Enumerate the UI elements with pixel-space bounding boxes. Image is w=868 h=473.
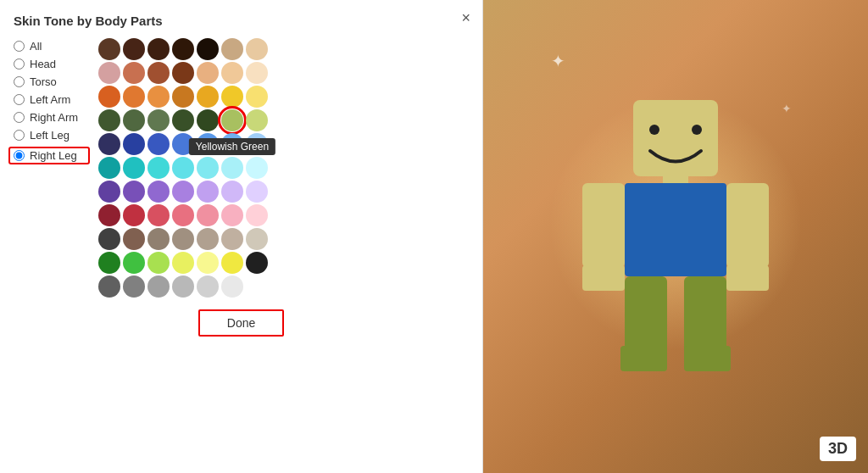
svg-rect-7 — [582, 183, 625, 268]
color-swatch-7-6[interactable] — [246, 204, 268, 226]
color-swatch-4-2[interactable] — [147, 133, 170, 155]
radio-right-leg[interactable] — [14, 150, 25, 161]
color-swatch-7-2[interactable] — [147, 204, 170, 226]
radio-left-arm[interactable] — [14, 94, 25, 105]
color-swatch-8-1[interactable] — [123, 228, 145, 250]
color-swatch-4-0[interactable] — [98, 133, 120, 155]
color-swatch-4-6[interactable] — [246, 133, 268, 155]
color-swatch-6-3[interactable] — [172, 181, 194, 203]
color-swatch-9-0[interactable] — [98, 252, 120, 274]
radio-item-right-leg[interactable]: Right Leg — [8, 147, 90, 164]
color-swatch-1-4[interactable] — [197, 62, 219, 84]
color-swatch-0-2[interactable] — [147, 38, 170, 60]
close-button[interactable]: × — [461, 10, 470, 25]
color-swatch-9-5[interactable] — [221, 252, 243, 274]
color-swatch-10-2[interactable] — [147, 275, 170, 298]
done-button[interactable]: Done — [198, 309, 284, 337]
color-swatch-8-6[interactable] — [246, 228, 268, 250]
color-swatch-5-1[interactable] — [123, 157, 145, 179]
color-swatch-3-6[interactable] — [246, 109, 268, 131]
color-swatch-5-0[interactable] — [98, 157, 120, 179]
color-swatch-10-1[interactable] — [123, 275, 145, 298]
color-swatch-6-4[interactable] — [197, 181, 219, 203]
color-swatch-0-6[interactable] — [246, 38, 268, 60]
color-swatch-8-2[interactable] — [147, 228, 170, 250]
color-swatch-8-4[interactable] — [197, 228, 219, 250]
svg-rect-4 — [625, 183, 726, 276]
color-swatch-3-0[interactable] — [98, 109, 120, 131]
color-swatch-2-0[interactable] — [98, 86, 120, 108]
color-swatch-4-4[interactable] — [197, 133, 219, 155]
color-grid-area: Yellowish Green — [98, 38, 469, 298]
color-swatch-5-2[interactable] — [147, 157, 170, 179]
color-swatch-1-0[interactable] — [98, 62, 120, 84]
radio-item-head[interactable]: Head — [14, 58, 90, 70]
color-swatch-9-1[interactable] — [123, 252, 145, 274]
radio-right-arm[interactable] — [14, 112, 25, 123]
color-swatch-3-5[interactable]: Yellowish Green — [221, 109, 243, 131]
color-swatch-5-6[interactable] — [246, 157, 268, 179]
color-swatch-7-5[interactable] — [221, 204, 243, 226]
color-swatch-4-1[interactable] — [123, 133, 145, 155]
color-swatch-8-5[interactable] — [221, 228, 243, 250]
color-swatch-7-1[interactable] — [123, 204, 145, 226]
color-swatch-7-4[interactable] — [197, 204, 219, 226]
color-swatch-5-5[interactable] — [221, 157, 243, 179]
color-swatch-8-0[interactable] — [98, 228, 120, 250]
color-swatch-3-1[interactable] — [123, 109, 145, 131]
color-swatch-2-6[interactable] — [246, 86, 268, 108]
color-row-8 — [98, 228, 469, 250]
color-swatch-9-2[interactable] — [147, 252, 170, 274]
color-swatch-0-3[interactable] — [172, 38, 194, 60]
color-swatch-2-4[interactable] — [197, 86, 219, 108]
color-swatch-0-5[interactable] — [221, 38, 243, 60]
color-swatch-1-3[interactable] — [172, 62, 194, 84]
color-swatch-10-3[interactable] — [172, 275, 194, 298]
radio-torso[interactable] — [14, 76, 25, 87]
color-swatch-2-5[interactable] — [221, 86, 243, 108]
color-swatch-1-2[interactable] — [147, 62, 170, 84]
color-swatch-4-3[interactable] — [172, 133, 194, 155]
color-swatch-3-4[interactable] — [197, 109, 219, 131]
color-swatch-0-0[interactable] — [98, 38, 120, 60]
radio-item-left-leg[interactable]: Left Leg — [14, 129, 90, 142]
radio-head[interactable] — [14, 58, 25, 70]
color-swatch-6-0[interactable] — [98, 181, 120, 203]
color-swatch-6-5[interactable] — [221, 181, 243, 203]
color-swatch-1-5[interactable] — [221, 62, 243, 84]
color-swatch-9-4[interactable] — [197, 252, 219, 274]
color-swatch-0-4[interactable] — [197, 38, 219, 60]
color-swatch-7-0[interactable] — [98, 204, 120, 226]
color-swatch-9-3[interactable] — [172, 252, 194, 274]
radio-item-left-arm[interactable]: Left Arm — [14, 93, 90, 106]
color-swatch-3-3[interactable] — [172, 109, 194, 131]
color-swatch-9-6[interactable] — [246, 252, 268, 274]
color-swatch-10-6[interactable] — [246, 275, 268, 298]
radio-item-all[interactable]: All — [14, 40, 90, 53]
color-swatch-6-6[interactable] — [246, 181, 268, 203]
color-row-5 — [98, 157, 469, 179]
color-swatch-2-1[interactable] — [123, 86, 145, 108]
color-swatch-6-2[interactable] — [147, 181, 170, 203]
color-swatch-1-1[interactable] — [123, 62, 145, 84]
color-swatch-10-4[interactable] — [197, 275, 219, 298]
skin-tone-dialog: Skin Tone by Body Parts × AllHeadTorsoLe… — [0, 0, 483, 473]
color-swatch-4-5[interactable] — [221, 133, 243, 155]
color-swatch-3-2[interactable] — [147, 109, 170, 131]
color-swatch-10-5[interactable] — [221, 275, 243, 298]
radio-item-torso[interactable]: Torso — [14, 75, 90, 88]
color-swatch-5-3[interactable] — [172, 157, 194, 179]
color-swatch-10-0[interactable] — [98, 275, 120, 298]
color-swatch-5-4[interactable] — [197, 157, 219, 179]
color-swatch-8-3[interactable] — [172, 228, 194, 250]
color-swatch-1-6[interactable] — [246, 62, 268, 84]
color-swatch-7-3[interactable] — [172, 204, 194, 226]
radio-label-head: Head — [30, 58, 56, 70]
color-swatch-0-1[interactable] — [123, 38, 145, 60]
radio-item-right-arm[interactable]: Right Arm — [14, 111, 90, 124]
color-swatch-2-3[interactable] — [172, 86, 194, 108]
color-swatch-2-2[interactable] — [147, 86, 170, 108]
radio-left-leg[interactable] — [14, 130, 25, 141]
radio-all[interactable] — [14, 41, 25, 52]
color-swatch-6-1[interactable] — [123, 181, 145, 203]
